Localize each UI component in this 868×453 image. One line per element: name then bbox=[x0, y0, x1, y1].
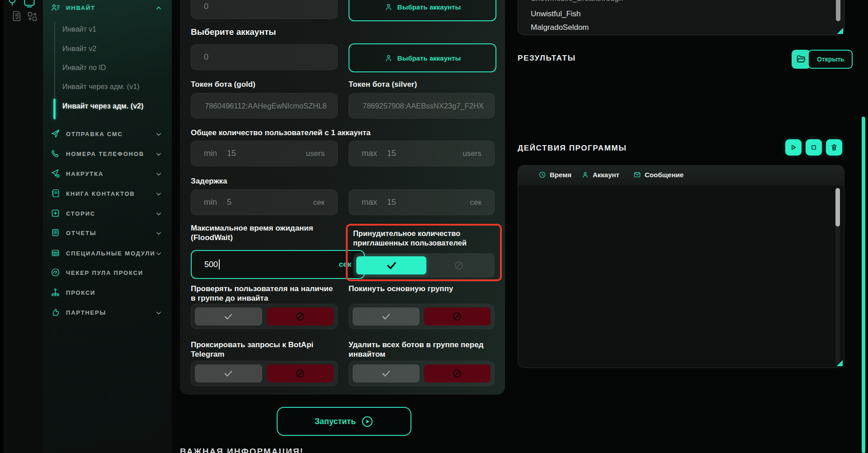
check-icon bbox=[386, 260, 397, 271]
yes-option[interactable] bbox=[195, 307, 262, 326]
program-actions-heading: ДЕЙСТВИЯ ПРОГРАММЫ bbox=[518, 144, 627, 153]
trash-icon bbox=[830, 143, 838, 151]
sidebar-item-reports[interactable]: ОТЧЕТЫ bbox=[43, 226, 172, 240]
sidebar-item-stories[interactable]: СТОРИС bbox=[43, 207, 172, 220]
accounts-count-field[interactable]: 0 bbox=[191, 44, 338, 70]
text-caret bbox=[219, 260, 220, 269]
deny-icon bbox=[295, 368, 306, 379]
sidebar-subitem-invite-admin-v2[interactable]: Инвайт через адм. (v2) bbox=[62, 102, 162, 114]
list-resize-grip[interactable] bbox=[837, 28, 843, 34]
column-account[interactable]: Аккаунт bbox=[581, 171, 619, 179]
deny-icon bbox=[452, 368, 462, 379]
delay-max-input[interactable]: max 15 сек bbox=[349, 189, 495, 215]
forced-count-label: Принудительное количество приглашенных п… bbox=[353, 229, 495, 248]
open-results-button[interactable]: Открыть bbox=[792, 50, 853, 69]
leave-group-label: Покинуть основную группу bbox=[349, 284, 495, 293]
sidebar-item-phone-numbers[interactable]: НОМЕРА ТЕЛЕФОНОВ bbox=[43, 147, 172, 160]
sidebar-item-send-sms[interactable]: ОТПРАВКА СМС bbox=[43, 127, 172, 141]
deny-icon bbox=[452, 311, 462, 322]
modules-icon bbox=[51, 248, 60, 258]
no-option[interactable] bbox=[424, 307, 491, 326]
yes-option[interactable] bbox=[353, 307, 420, 326]
thumbs-up-icon bbox=[51, 307, 60, 317]
column-message[interactable]: Сообщение bbox=[633, 171, 684, 179]
sidebar-item-boost[interactable]: НАКРУТКА bbox=[43, 167, 172, 180]
contacts-book-icon bbox=[51, 189, 60, 198]
gauge-icon bbox=[51, 268, 60, 277]
stop-actions-button[interactable] bbox=[806, 139, 822, 156]
select-accounts-button[interactable]: Выбрать аккаунты bbox=[349, 43, 496, 72]
list-item[interactable]: Snowmobile_Breakthrough bbox=[531, 0, 623, 3]
forced-count-yes-option[interactable] bbox=[356, 256, 426, 274]
target-accounts-list[interactable]: Snowmobile_Breakthrough Unwistful_Fish M… bbox=[518, 0, 844, 35]
sidebar-item-proxy[interactable]: ПРОКСИ bbox=[43, 286, 172, 299]
sidebar-item-invite[interactable]: ИНВАЙТ bbox=[43, 1, 172, 14]
boost-icon bbox=[51, 169, 60, 178]
sidebar-item-proxy-pool-checker[interactable]: ЧЕКЕР ПУЛА ПРОКСИ bbox=[43, 266, 172, 279]
users-max-input[interactable]: max 15 users bbox=[349, 141, 495, 166]
check-user-label: Проверять пользователя на наличие в груп… bbox=[191, 284, 338, 303]
list-scrollbar-thumb[interactable] bbox=[836, 0, 840, 21]
page-scrollbar-thumb[interactable] bbox=[862, 117, 865, 453]
deny-icon bbox=[453, 260, 464, 271]
window-icon[interactable] bbox=[23, 0, 36, 9]
start-actions-button[interactable] bbox=[785, 139, 802, 156]
send-icon bbox=[51, 129, 60, 138]
no-option[interactable] bbox=[424, 364, 491, 382]
accounts-count-field-top[interactable]: 0 bbox=[191, 0, 338, 19]
sidebar-item-special-modules[interactable]: СПЕЦИАЛЬНЫЕ МОДУЛИ bbox=[43, 246, 172, 260]
phone-icon bbox=[51, 149, 60, 158]
delay-min-input[interactable]: min 5 сек bbox=[191, 189, 338, 215]
check-user-toggle bbox=[191, 304, 338, 329]
sidebar: ИНВАЙТ Инвайт v1 Инвайт v2 Инвайт по ID … bbox=[43, 0, 172, 453]
floodwait-input[interactable]: 500 сек bbox=[191, 250, 365, 279]
column-time[interactable]: Время bbox=[538, 171, 571, 179]
users-per-account-label: Общее количество пользователей с 1 аккау… bbox=[191, 128, 371, 137]
remove-bots-toggle bbox=[349, 361, 495, 386]
invite-settings-panel: 0 Выбрать аккаунты Выберите аккаунты 0 В… bbox=[180, 0, 505, 395]
sidebar-subitem-invite-v2[interactable]: Инвайт v2 bbox=[62, 45, 162, 57]
yes-option[interactable] bbox=[195, 364, 262, 382]
sidebar-subitem-invite-v1[interactable]: Инвайт v1 bbox=[62, 25, 162, 37]
mail-icon bbox=[633, 171, 641, 179]
user-icon bbox=[581, 171, 589, 179]
swap-icon[interactable] bbox=[26, 10, 38, 23]
yes-option[interactable] bbox=[353, 364, 420, 382]
leave-group-toggle bbox=[349, 304, 495, 329]
delay-label: Задержка bbox=[191, 176, 227, 186]
user-icon bbox=[384, 3, 393, 11]
sidebar-subitem-invite-admin-v1[interactable]: Инвайт через адм. (v1) bbox=[62, 83, 162, 94]
select-accounts-button-top[interactable]: Выбрать аккаунты bbox=[349, 0, 496, 21]
token-silver-input[interactable]: 7869257908:AAEBssNX23g7_F2HX bbox=[349, 93, 495, 118]
invite-users-icon bbox=[51, 3, 61, 13]
sidebar-subitem-invite-by-id[interactable]: Инвайт по ID bbox=[62, 64, 162, 76]
chevron-down-icon bbox=[156, 151, 162, 157]
no-option[interactable] bbox=[267, 307, 334, 326]
chevron-down-icon bbox=[156, 171, 162, 177]
list-item[interactable]: MalgradoSeldom bbox=[531, 23, 589, 32]
table-scrollbar-thumb[interactable] bbox=[835, 188, 840, 226]
stories-icon bbox=[51, 208, 60, 218]
no-option[interactable] bbox=[267, 364, 334, 382]
chevron-up-icon bbox=[156, 5, 162, 11]
active-item-indicator bbox=[53, 99, 56, 119]
doc-check-icon[interactable] bbox=[11, 10, 23, 22]
forced-count-no-option[interactable] bbox=[426, 260, 491, 271]
user-icon bbox=[384, 54, 393, 62]
token-gold-label: Токен бота (gold) bbox=[191, 80, 338, 89]
reports-icon bbox=[51, 228, 60, 237]
program-actions-table: Время Аккаунт Сообщение bbox=[518, 165, 844, 368]
token-gold-input[interactable]: 7860496112:AAHegEwNIcmoSZHL8 bbox=[191, 93, 338, 118]
sidebar-item-partners[interactable]: ПАРТНЕРЫ bbox=[43, 306, 172, 319]
clear-actions-button[interactable] bbox=[826, 139, 842, 156]
forced-count-highlight-box: Принудительное количество приглашенных п… bbox=[346, 224, 502, 281]
stop-icon bbox=[810, 143, 818, 151]
results-heading: РЕЗУЛЬТАТЫ bbox=[518, 54, 576, 63]
run-button[interactable]: Запустить bbox=[277, 407, 411, 436]
list-item[interactable]: Unwistful_Fish bbox=[531, 9, 581, 19]
token-silver-label: Токен бота (silver) bbox=[349, 80, 495, 89]
table-resize-grip[interactable] bbox=[837, 360, 843, 366]
users-min-input[interactable]: min 15 users bbox=[191, 141, 338, 166]
sidebar-item-contacts-book[interactable]: КНИГА КОНТАКТОВ bbox=[43, 187, 172, 200]
plug-icon[interactable] bbox=[6, 0, 18, 7]
